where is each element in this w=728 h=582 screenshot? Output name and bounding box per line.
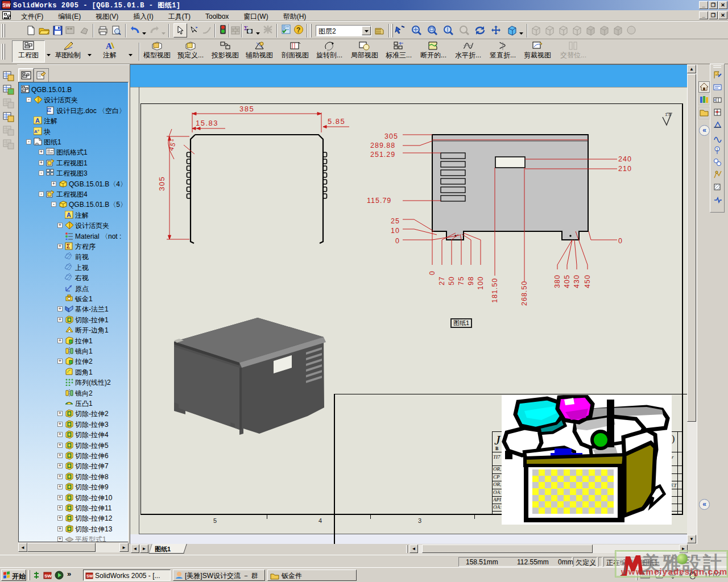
svg-text:0: 0 bbox=[395, 237, 400, 245]
svg-text:W: W bbox=[48, 108, 52, 112]
svg-text:A: A bbox=[67, 211, 71, 218]
svg-text:75: 75 bbox=[457, 276, 465, 285]
svg-text:0: 0 bbox=[618, 237, 623, 245]
svg-text:A: A bbox=[35, 117, 40, 124]
svg-text:50: 50 bbox=[448, 276, 456, 285]
svg-text:A: A bbox=[106, 41, 112, 50]
svg-text:289.88: 289.88 bbox=[370, 142, 395, 149]
svg-text:305: 305 bbox=[384, 132, 398, 140]
svg-text:181.50: 181.50 bbox=[491, 278, 499, 303]
svg-text:385: 385 bbox=[239, 105, 254, 113]
svg-text:A°: A° bbox=[34, 129, 39, 134]
svg-text:430: 430 bbox=[573, 275, 581, 288]
svg-text:27: 27 bbox=[438, 276, 446, 285]
svg-text:10: 10 bbox=[391, 227, 400, 235]
svg-text:0: 0 bbox=[428, 271, 436, 275]
svg-text:SW: SW bbox=[44, 573, 52, 579]
svg-text:?: ? bbox=[296, 26, 300, 34]
svg-text:1: 1 bbox=[716, 147, 718, 151]
svg-text:251.29: 251.29 bbox=[370, 151, 395, 159]
svg-text:25: 25 bbox=[391, 217, 400, 225]
svg-text:380: 380 bbox=[553, 275, 561, 288]
svg-text:115.79: 115.79 bbox=[367, 197, 391, 205]
svg-text:5.85: 5.85 bbox=[328, 117, 345, 126]
svg-text:98: 98 bbox=[467, 276, 475, 285]
svg-text:100: 100 bbox=[477, 276, 485, 290]
svg-text:240: 240 bbox=[618, 155, 632, 163]
svg-text:15.83: 15.83 bbox=[196, 119, 218, 127]
svg-text:SW: SW bbox=[86, 574, 93, 578]
svg-text:1.6: 1.6 bbox=[665, 112, 672, 117]
svg-text:268.50: 268.50 bbox=[520, 281, 528, 306]
svg-text:305: 305 bbox=[158, 176, 166, 191]
svg-text:Σ: Σ bbox=[67, 243, 70, 250]
svg-text:210: 210 bbox=[618, 165, 632, 173]
svg-text:450: 450 bbox=[584, 275, 592, 288]
svg-text:405: 405 bbox=[563, 275, 571, 288]
